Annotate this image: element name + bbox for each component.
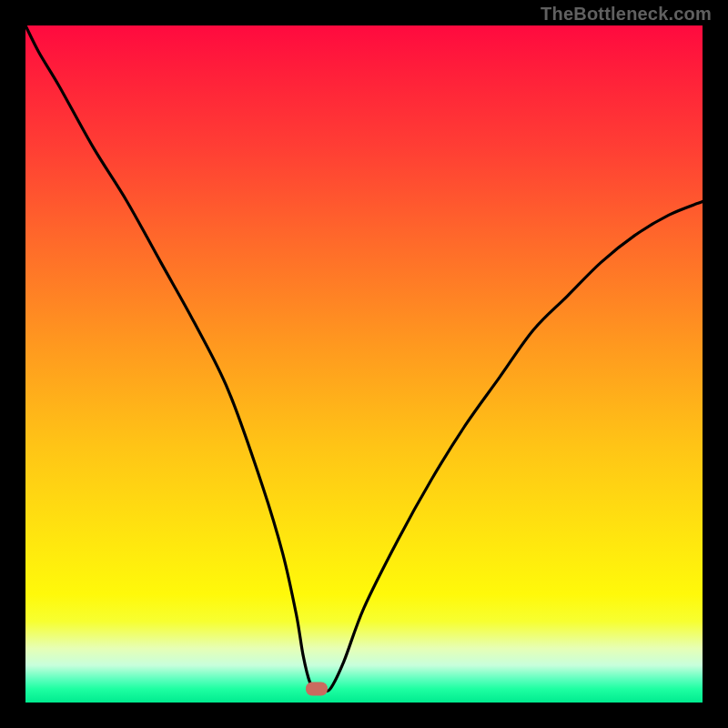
optimal-point-marker	[306, 682, 328, 696]
watermark-text: TheBottleneck.com	[541, 4, 712, 25]
chart-frame: TheBottleneck.com	[0, 0, 728, 728]
curve-path	[25, 25, 703, 691]
bottleneck-curve	[25, 25, 703, 703]
plot-area	[25, 25, 703, 703]
